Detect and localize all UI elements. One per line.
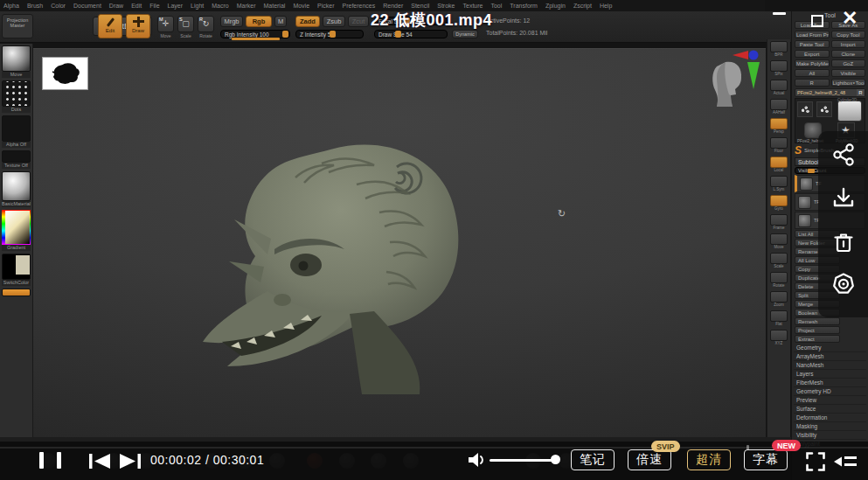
menu-item[interactable]: Texture (462, 3, 483, 9)
tool-section-row[interactable]: Masking (794, 422, 866, 431)
volume-icon[interactable] (467, 451, 486, 469)
menu-item[interactable]: Picker (317, 3, 334, 9)
playlist-icon[interactable] (834, 454, 857, 470)
tool-palette-button[interactable]: Copy Tool (831, 31, 866, 38)
viewport-canvas[interactable]: ↻ (33, 48, 766, 437)
tool-section-row[interactable]: Surface (794, 405, 866, 414)
menu-item[interactable]: Brush (27, 3, 43, 9)
menu-item[interactable]: File (149, 3, 159, 9)
axis-gizmo[interactable] (733, 47, 764, 94)
left-tray-item[interactable]: Dots (2, 80, 31, 113)
draw-button[interactable]: Draw (126, 14, 150, 38)
menu-item[interactable]: Help (600, 3, 612, 9)
menu-item[interactable]: Zscript (573, 3, 592, 9)
right-shelf-button[interactable]: Gyro (770, 195, 788, 212)
menu-item[interactable]: Zplugin (545, 3, 566, 9)
subtool-button[interactable]: Extract (795, 335, 840, 343)
rgb-button[interactable]: Rgb (246, 16, 272, 27)
subtitle-button[interactable]: 字幕 (744, 449, 788, 470)
right-shelf-button[interactable]: BPR (770, 41, 788, 58)
rotate-button[interactable]: R↻ Rotate (198, 16, 214, 32)
right-shelf-button[interactable]: Scale (770, 253, 788, 269)
menu-item[interactable]: Transform (510, 3, 538, 9)
projection-master-button[interactable]: Projection Master (2, 14, 33, 38)
tool-palette-button[interactable]: Lightbox‣Tools (831, 79, 866, 87)
tool-section-row[interactable]: Visibility (794, 431, 866, 440)
draw-size-slider[interactable]: Draw Size 54 (374, 30, 448, 38)
left-tray-item[interactable]: Alpha Off (2, 115, 31, 148)
current-tool-row[interactable]: PFosi2_helmet8_2_48R (795, 88, 865, 97)
tool-palette-button[interactable]: Load From Project (795, 31, 830, 38)
right-shelf-button[interactable]: Local (770, 157, 788, 173)
right-shelf-button[interactable]: Rotate (770, 272, 788, 289)
tool-section-row[interactable]: NanoMesh (794, 361, 866, 370)
tool-palette-button[interactable]: GoZ (831, 59, 866, 67)
scale-button[interactable]: S▢ Scale (177, 16, 194, 32)
minimize-button[interactable] (773, 12, 786, 15)
tool-section-row[interactable]: Geometry (794, 344, 866, 352)
record-icon[interactable] (830, 271, 857, 297)
menu-item[interactable]: Layer (168, 3, 184, 9)
tool-section-row[interactable]: ArrayMesh (794, 352, 866, 361)
fullscreen-icon[interactable] (806, 452, 825, 471)
pause-button[interactable] (39, 452, 64, 469)
move-button[interactable]: M✛ Move (157, 16, 174, 32)
next-button[interactable] (120, 454, 141, 469)
menu-item[interactable]: Marker (237, 3, 256, 9)
share-icon[interactable] (830, 142, 857, 168)
tool-section-row[interactable]: Geometry HD (794, 387, 866, 396)
menu-item[interactable]: Movie (293, 3, 309, 9)
dynamic-button[interactable]: Dynamic (452, 30, 478, 38)
z-intensity-slider[interactable]: Z Intensity 51 (295, 30, 364, 38)
menu-item[interactable]: Stroke (437, 3, 455, 9)
previous-button[interactable] (89, 454, 110, 469)
right-shelf-button[interactable]: L.Sym (770, 176, 788, 192)
edit-button[interactable]: Edit (98, 14, 122, 38)
zcut-button[interactable]: Zcut (348, 16, 369, 27)
right-shelf-button[interactable]: Floor (770, 137, 788, 154)
menu-item[interactable]: Light (191, 3, 204, 9)
left-tray-item[interactable]: Fornace (2, 289, 31, 296)
menu-item[interactable]: Document (73, 3, 101, 9)
right-shelf-button[interactable]: Persp (770, 118, 788, 135)
brush-thumbnail[interactable] (797, 101, 813, 117)
left-tray-item[interactable]: Move (2, 45, 31, 78)
tool-palette-button[interactable]: Make PolyMesh3D (795, 59, 830, 67)
close-button[interactable]: ✕ (842, 7, 858, 30)
right-shelf-button[interactable]: Flat (770, 310, 788, 327)
tool-palette-button[interactable]: Clone (831, 50, 866, 58)
right-shelf-button[interactable]: XYZ (770, 330, 788, 346)
menu-item[interactable]: Render (383, 3, 403, 9)
tool-palette-button[interactable]: All (795, 69, 830, 77)
maximize-button[interactable] (811, 15, 823, 27)
tool-palette-button[interactable]: R (795, 79, 830, 87)
right-shelf-button[interactable]: Zoom (770, 291, 788, 308)
tool-section-row[interactable]: Deformation (794, 414, 866, 422)
left-tray-item[interactable]: Gradient (2, 210, 31, 251)
zadd-button[interactable]: Zadd (295, 16, 320, 27)
zsub-button[interactable]: Zsub (323, 16, 345, 27)
mrgb-button[interactable]: Mrgb (220, 16, 243, 27)
left-tray-item[interactable]: Texture Off (2, 150, 31, 169)
menu-item[interactable]: Tool (490, 3, 502, 9)
tool-section-row[interactable]: Preview (794, 396, 866, 405)
menu-item[interactable]: Color (51, 3, 66, 9)
menu-item[interactable]: Material (263, 3, 285, 9)
menu-item[interactable]: Stencil (411, 3, 429, 9)
right-shelf-button[interactable]: Actual (770, 80, 788, 96)
quality-button[interactable]: 超清 (687, 449, 731, 470)
right-shelf-button[interactable]: Move (770, 233, 788, 250)
tool-section-row[interactable]: FiberMesh (794, 379, 866, 387)
subtool-button[interactable]: Project (795, 326, 840, 334)
menu-item[interactable]: Macro (212, 3, 228, 9)
right-shelf-button[interactable]: AAHalf (770, 99, 788, 115)
brush-thumbnail[interactable] (816, 101, 832, 117)
m-button[interactable]: M (274, 16, 287, 27)
download-icon[interactable] (830, 185, 857, 212)
menu-item[interactable]: Alpha (3, 3, 19, 9)
seek-bar[interactable] (0, 447, 868, 449)
tool-section-row[interactable]: Layers (794, 370, 866, 379)
menu-item[interactable]: Preferences (343, 3, 376, 9)
right-shelf-button[interactable]: Frame (770, 214, 788, 231)
cylinder3d-thumbnail[interactable] (837, 101, 862, 122)
